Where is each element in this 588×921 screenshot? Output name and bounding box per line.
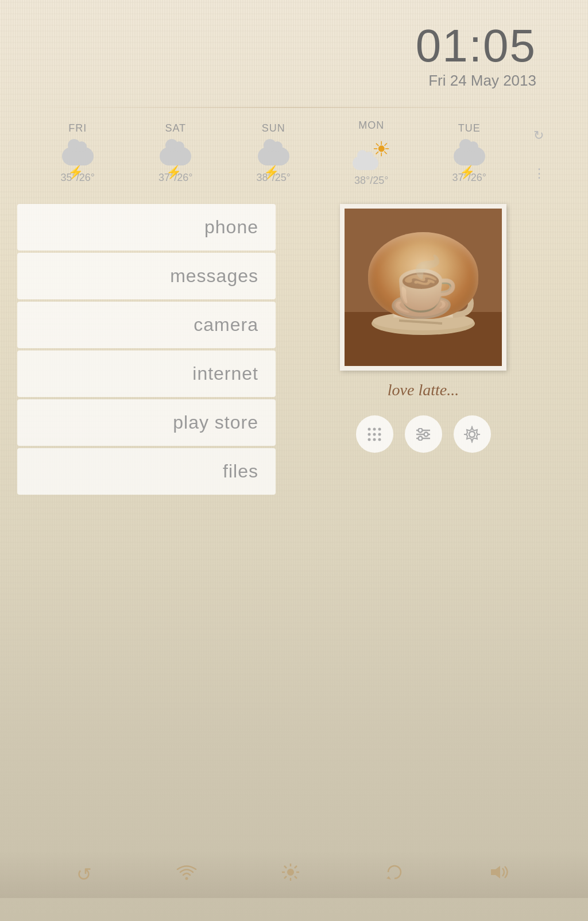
weather-icon-tue: ⚡ bbox=[449, 140, 489, 172]
svg-point-19 bbox=[419, 428, 423, 432]
app-label-internet: internet bbox=[192, 363, 258, 384]
weather-refresh-icon[interactable]: ↻ bbox=[533, 128, 544, 143]
svg-point-5 bbox=[393, 279, 453, 289]
svg-point-6 bbox=[400, 280, 446, 288]
weather-icon-sat: ⚡ bbox=[156, 140, 196, 172]
svg-point-14 bbox=[378, 433, 381, 436]
weather-row: FRI ⚡ 35°/26° SAT ⚡ 37°/26° SUN bbox=[29, 120, 559, 187]
lightning-icon: ⚡ bbox=[68, 166, 83, 179]
weather-icon-fri: ⚡ bbox=[57, 140, 98, 172]
app-label-files: files bbox=[223, 461, 258, 481]
lightning-icon: ⚡ bbox=[166, 166, 181, 179]
clock-time: 01:05 bbox=[17, 23, 536, 69]
coffee-photo bbox=[345, 209, 502, 366]
cloud-icon bbox=[353, 156, 378, 170]
clock-date: Fri 24 May 2013 bbox=[17, 72, 536, 90]
filter-button[interactable] bbox=[405, 415, 442, 453]
weather-section: FRI ⚡ 35°/26° SAT ⚡ 37°/26° SUN bbox=[17, 120, 571, 187]
svg-point-23 bbox=[419, 436, 423, 440]
app-item-playstore[interactable]: play store bbox=[17, 399, 276, 446]
weather-day-fri: FRI ⚡ 35°/26° bbox=[43, 122, 112, 184]
day-label-mon: MON bbox=[358, 120, 384, 132]
svg-point-21 bbox=[424, 432, 428, 436]
apps-grid-button[interactable] bbox=[356, 415, 393, 453]
app-label-phone: phone bbox=[204, 217, 258, 237]
settings-button[interactable] bbox=[454, 415, 491, 453]
app-item-messages[interactable]: messages bbox=[17, 253, 276, 299]
temp-mon: 38°/25° bbox=[354, 175, 388, 187]
app-label-messages: messages bbox=[170, 265, 258, 286]
weather-icon-sun: ⚡ bbox=[253, 140, 293, 172]
svg-point-17 bbox=[378, 438, 381, 441]
day-label-tue: TUE bbox=[458, 122, 481, 134]
weather-menu-icon[interactable]: ⋮ bbox=[533, 166, 545, 181]
weather-day-mon: MON ☀ 38°/25° bbox=[337, 120, 406, 187]
weather-day-sun: SUN ⚡ 38°/25° bbox=[239, 122, 308, 184]
filter-icon bbox=[415, 428, 431, 441]
divider bbox=[29, 107, 559, 108]
app-item-camera[interactable]: camera bbox=[17, 302, 276, 348]
clock-section: 01:05 Fri 24 May 2013 bbox=[17, 23, 571, 90]
svg-point-15 bbox=[368, 438, 371, 441]
day-label-fri: FRI bbox=[68, 122, 87, 134]
main-content: phone messages camera internet play stor… bbox=[17, 204, 571, 497]
coffee-svg bbox=[345, 209, 502, 366]
svg-point-11 bbox=[378, 427, 381, 430]
app-item-phone[interactable]: phone bbox=[17, 204, 276, 251]
settings-gear-icon bbox=[463, 426, 481, 443]
weather-day-tue: TUE ⚡ 37°/26° bbox=[435, 122, 504, 184]
app-list: phone messages camera internet play stor… bbox=[17, 204, 276, 497]
svg-rect-8 bbox=[345, 209, 502, 366]
svg-point-24 bbox=[469, 431, 475, 437]
right-widget: love latte... bbox=[276, 204, 571, 497]
day-label-sat: SAT bbox=[165, 122, 186, 134]
app-item-internet[interactable]: internet bbox=[17, 350, 276, 397]
weather-icon-mon: ☀ bbox=[351, 137, 392, 175]
weather-day-sat: SAT ⚡ 37°/26° bbox=[141, 122, 210, 184]
svg-point-12 bbox=[368, 433, 371, 436]
apps-grid-icon bbox=[366, 426, 382, 442]
svg-point-9 bbox=[368, 427, 371, 430]
svg-point-4 bbox=[392, 279, 454, 291]
svg-point-16 bbox=[373, 438, 376, 441]
app-item-files[interactable]: files bbox=[17, 448, 276, 495]
svg-point-10 bbox=[373, 427, 376, 430]
day-label-sun: SUN bbox=[262, 122, 285, 134]
lightning-icon: ⚡ bbox=[459, 166, 475, 179]
latte-caption: love latte... bbox=[388, 381, 459, 399]
svg-point-13 bbox=[373, 433, 376, 436]
lightning-icon: ⚡ bbox=[264, 166, 279, 179]
widget-action-icons bbox=[356, 415, 491, 453]
weather-controls: ↻ ⋮ bbox=[533, 125, 545, 181]
app-label-camera: camera bbox=[194, 314, 258, 335]
app-label-playstore: play store bbox=[173, 412, 258, 433]
coffee-photo-frame bbox=[340, 204, 506, 371]
